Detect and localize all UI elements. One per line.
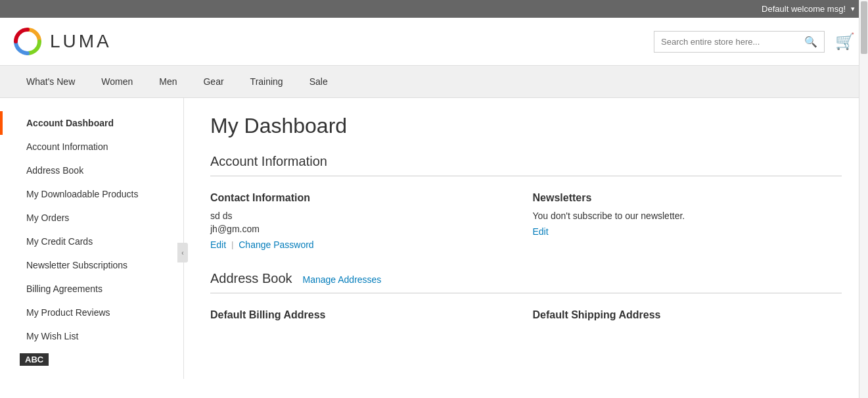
sidebar-item-address-book[interactable]: Address Book bbox=[0, 159, 183, 182]
sidebar-item-account-information[interactable]: Account Information bbox=[0, 135, 183, 159]
cart-icon[interactable]: 🛒 bbox=[835, 32, 855, 51]
contact-info-block: Contact Information sd ds jh@gm.com Edit… bbox=[210, 192, 520, 250]
search-input[interactable] bbox=[661, 37, 804, 47]
header-right: 🔍 🛒 bbox=[654, 31, 855, 53]
address-grid: Default Billing Address Default Shipping… bbox=[210, 309, 842, 328]
sidebar-item-downloadable-products[interactable]: My Downloadable Products bbox=[0, 182, 183, 206]
page-title: My Dashboard bbox=[210, 114, 842, 138]
address-book-header: Address Book Manage Addresses bbox=[210, 271, 842, 286]
sidebar-item-product-reviews[interactable]: My Product Reviews bbox=[0, 301, 183, 324]
address-book-section-title: Address Book bbox=[210, 271, 292, 286]
page-content: My Dashboard Account Information Contact… bbox=[184, 98, 868, 379]
account-info-divider bbox=[210, 176, 842, 176]
edit-newsletter-link[interactable]: Edit bbox=[533, 226, 549, 237]
default-shipping-block: Default Shipping Address bbox=[533, 309, 842, 328]
edit-contact-link[interactable]: Edit bbox=[210, 239, 226, 250]
nav-item-whats-new[interactable]: What's New bbox=[13, 66, 88, 97]
scrollbar-track bbox=[859, 0, 868, 379]
nav-item-sale[interactable]: Sale bbox=[296, 66, 341, 97]
manage-addresses-link[interactable]: Manage Addresses bbox=[303, 274, 382, 285]
address-book-divider bbox=[210, 293, 842, 293]
default-shipping-heading: Default Shipping Address bbox=[533, 309, 842, 321]
link-separator: | bbox=[231, 240, 233, 249]
logo-area: LUMA bbox=[13, 27, 112, 56]
account-info-section-title: Account Information bbox=[210, 154, 842, 169]
sidebar-item-account-dashboard[interactable]: Account Dashboard bbox=[0, 111, 183, 135]
welcome-chevron-icon[interactable]: ▾ bbox=[851, 5, 855, 13]
sidebar-toggle-button[interactable]: ‹ bbox=[177, 243, 188, 262]
sidebar-item-billing-agreements[interactable]: Billing Agreements bbox=[0, 277, 183, 301]
nav-item-gear[interactable]: Gear bbox=[190, 66, 237, 97]
sidebar-badge: ABC bbox=[20, 353, 49, 366]
newsletter-links: Edit bbox=[533, 226, 842, 237]
search-box: 🔍 bbox=[654, 31, 825, 53]
nav-item-training[interactable]: Training bbox=[237, 66, 296, 97]
top-bar: Default welcome msg! ▾ bbox=[0, 0, 868, 18]
sidebar-item-newsletter-subscriptions[interactable]: Newsletter Subscriptions bbox=[0, 253, 183, 277]
logo-text[interactable]: LUMA bbox=[50, 31, 112, 52]
search-button[interactable]: 🔍 bbox=[804, 36, 817, 48]
header: LUMA 🔍 🛒 bbox=[0, 18, 868, 66]
newsletter-status: You don't subscribe to our newsletter. bbox=[533, 211, 842, 221]
sidebar: Account Dashboard Account Information Ad… bbox=[0, 98, 184, 379]
welcome-message: Default welcome msg! bbox=[762, 4, 846, 14]
account-info-grid: Contact Information sd ds jh@gm.com Edit… bbox=[210, 192, 842, 250]
default-billing-heading: Default Billing Address bbox=[210, 309, 520, 321]
change-password-link[interactable]: Change Password bbox=[239, 239, 313, 250]
default-billing-block: Default Billing Address bbox=[210, 309, 520, 328]
nav-bar: What's New Women Men Gear Training Sale bbox=[0, 66, 868, 98]
sidebar-item-wish-list[interactable]: My Wish List bbox=[0, 324, 183, 348]
newsletters-heading: Newsletters bbox=[533, 192, 842, 204]
newsletters-block: Newsletters You don't subscribe to our n… bbox=[533, 192, 842, 250]
scrollbar-thumb[interactable] bbox=[861, 1, 867, 54]
sidebar-item-my-orders[interactable]: My Orders bbox=[0, 206, 183, 230]
contact-info-heading: Contact Information bbox=[210, 192, 520, 204]
nav-item-women[interactable]: Women bbox=[88, 66, 146, 97]
sidebar-item-my-credit-cards[interactable]: My Credit Cards bbox=[0, 230, 183, 253]
nav-item-men[interactable]: Men bbox=[146, 66, 190, 97]
contact-info-links: Edit | Change Password bbox=[210, 239, 520, 250]
user-name: sd ds bbox=[210, 211, 520, 221]
main-content: ‹ Account Dashboard Account Information … bbox=[0, 98, 868, 379]
logo-icon[interactable] bbox=[13, 27, 42, 56]
user-email: jh@gm.com bbox=[210, 224, 520, 234]
